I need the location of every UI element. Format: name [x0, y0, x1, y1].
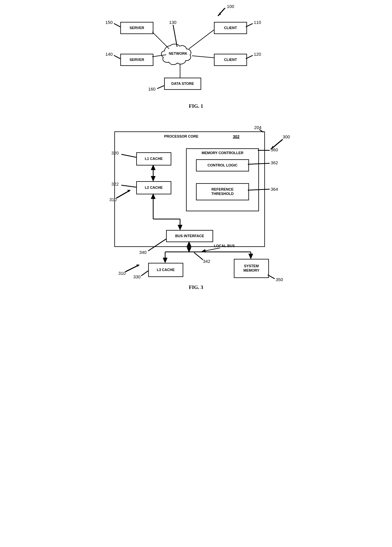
svg-marker-12: [218, 12, 221, 16]
memory-controller-label: MEMORY CONTROLLER: [187, 151, 258, 155]
ref-150: 150: [105, 20, 113, 25]
ref-110: 110: [254, 20, 261, 25]
client-top-label: CLIENT: [224, 26, 237, 30]
control-logic-label: CONTROL LOGIC: [207, 163, 238, 168]
data-store-box: DATA STORE: [164, 78, 201, 90]
data-store-label: DATA STORE: [171, 82, 194, 86]
svg-line-1: [152, 55, 166, 57]
ref-310b: 310: [118, 271, 126, 276]
ref-360: 360: [271, 147, 278, 152]
ref-340: 340: [139, 250, 147, 255]
ref-330: 330: [133, 274, 141, 280]
figure-1: SERVER SERVER CLIENT CLIENT DATA STORE N…: [90, 8, 302, 111]
ref-342: 342: [203, 259, 210, 264]
ref-160: 160: [148, 87, 156, 92]
svg-line-11: [218, 8, 226, 16]
local-bus-label: LOCAL BUS: [214, 244, 235, 248]
server-top-box: SERVER: [120, 22, 153, 34]
memory-controller-box: MEMORY CONTROLLER: [186, 148, 259, 211]
ref-120: 120: [254, 52, 261, 57]
bus-interface-box: BUS INTERFACE: [166, 230, 213, 242]
svg-line-2: [189, 30, 214, 49]
svg-line-36: [141, 271, 148, 276]
ref-100: 100: [227, 4, 234, 9]
ref-320: 320: [111, 150, 119, 156]
client-bottom-box: CLIENT: [214, 54, 247, 66]
svg-line-0: [152, 32, 169, 49]
client-top-box: CLIENT: [214, 22, 247, 34]
fig1-caption: FIG. 1: [90, 103, 302, 109]
ref-350: 350: [276, 277, 283, 282]
svg-line-35: [194, 253, 203, 260]
ref-322: 322: [111, 182, 119, 187]
svg-line-6: [114, 55, 120, 59]
ref-362: 362: [271, 160, 278, 165]
control-logic-box: CONTROL LOGIC: [196, 159, 249, 171]
l3-cache-box: L3 CACHE: [148, 263, 183, 277]
svg-marker-38: [136, 264, 139, 267]
ref-300: 300: [283, 134, 290, 140]
system-memory-label: SYSTEM MEMORY: [243, 264, 259, 273]
server-bottom-label: SERVER: [130, 58, 144, 62]
processor-core-label: PROCESSOR CORE: [164, 134, 198, 139]
ref-310a: 310: [109, 197, 117, 202]
figure-3: PROCESSOR CORE 302 L1 CACHE L2 CACHE MEM…: [90, 123, 302, 287]
fig3-caption: FIG. 3: [90, 284, 302, 290]
l2-cache-box: L2 CACHE: [136, 181, 171, 194]
svg-line-37: [125, 265, 139, 272]
l2-cache-label: L2 CACHE: [145, 185, 163, 190]
system-memory-box: SYSTEM MEMORY: [234, 259, 269, 278]
server-bottom-box: SERVER: [120, 54, 153, 66]
svg-line-9: [157, 86, 164, 89]
svg-line-23: [202, 248, 220, 252]
reference-threshold-label: REFERENCE THRESHOLD: [211, 187, 234, 196]
ref-302: 302: [233, 134, 240, 139]
svg-line-5: [114, 23, 120, 27]
client-bottom-label: CLIENT: [224, 58, 237, 62]
svg-line-3: [192, 56, 214, 58]
server-top-label: SERVER: [130, 26, 144, 30]
l1-cache-label: L1 CACHE: [145, 157, 163, 161]
svg-line-10: [173, 25, 177, 47]
ref-364: 364: [271, 187, 278, 192]
network-label: NETWORK: [169, 52, 187, 55]
reference-threshold-box: REFERENCE THRESHOLD: [196, 183, 249, 200]
l1-cache-box: L1 CACHE: [136, 152, 171, 165]
l3-cache-label: L3 CACHE: [157, 268, 175, 272]
ref-204: 204: [254, 125, 261, 130]
ref-140: 140: [105, 52, 113, 57]
ref-130: 130: [169, 20, 177, 25]
bus-interface-label: BUS INTERFACE: [175, 234, 204, 238]
